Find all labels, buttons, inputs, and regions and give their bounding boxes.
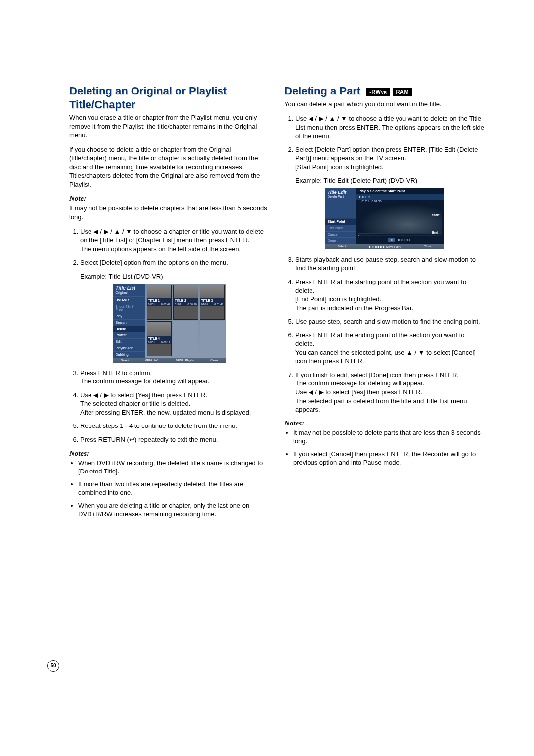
step: Use ◀ / ▶ / ▲ / ▼ to choose a title you … bbox=[295, 114, 485, 141]
menu-item-protect: Protect bbox=[113, 332, 145, 338]
para: If you choose to delete a title or chapt… bbox=[69, 145, 269, 189]
label-end: End bbox=[432, 231, 440, 234]
step: Press ENTER at the starting point of the… bbox=[295, 278, 485, 312]
col-right: Deleting a Part -RWVR RAM You can delete… bbox=[284, 84, 485, 523]
crop-mark bbox=[490, 30, 504, 44]
titlelist-heading: Title List bbox=[113, 284, 145, 291]
note-item: When DVD+RW recording, the deleted title… bbox=[78, 459, 269, 476]
menu-item-done: Done bbox=[325, 237, 356, 244]
step: Press ENTER at the ending point of the s… bbox=[295, 331, 485, 366]
page: Deleting an Original or Playlist Title/C… bbox=[0, 0, 534, 523]
step: Repeat steps 1 - 4 to continue to delete… bbox=[80, 422, 269, 430]
note-heading: Note: bbox=[69, 194, 269, 203]
figure-title-list: 3/4 Title List Original DVD-VR 1hour 43m… bbox=[113, 284, 226, 363]
deletepart-main: Play & Select the Start Point TITLE 2 01… bbox=[356, 188, 444, 244]
format-badges: -RWVR RAM bbox=[366, 88, 412, 96]
col-left: Deleting an Original or Playlist Title/C… bbox=[69, 84, 269, 523]
progress-bar bbox=[358, 235, 442, 236]
title-card: TITLE 2 01/010:06:10 bbox=[173, 285, 198, 320]
notes-heading: Notes: bbox=[284, 419, 485, 427]
titlelist-bottom-bar: Select MENU Info. MENU Playlist Close bbox=[113, 358, 226, 363]
para: When you erase a title or chapter from t… bbox=[69, 113, 269, 140]
step: Use pause step, search and slow-motion t… bbox=[295, 317, 485, 326]
titlelist-sub: Original bbox=[113, 291, 145, 296]
transport-controls: II 00:00:00 bbox=[356, 236, 444, 244]
clip-meta: 01/01 0:03:50 bbox=[356, 200, 444, 204]
titlelist-grid: TITLE 1 01/010:07:42 TITLE 2 01/010:06:1… bbox=[145, 284, 226, 358]
steps-left: Use ◀ / ▶ / ▲ / ▼ to choose a chapter or… bbox=[69, 227, 269, 267]
preview-thumbnail: Start End bbox=[358, 204, 442, 234]
menu-item-start-point: Start Point bbox=[325, 218, 356, 225]
menu-item-search: Search bbox=[113, 319, 145, 326]
step: Select [Delete Part] option then press E… bbox=[295, 145, 485, 172]
heading-text: Deleting a Part bbox=[284, 85, 360, 97]
notes-heading: Notes: bbox=[69, 449, 269, 458]
note-item: If you select [Cancel] then press ENTER,… bbox=[293, 450, 485, 467]
menu-item-delete: Delete bbox=[113, 326, 145, 332]
steps-right-cont: Starts playback and use pause step, sear… bbox=[284, 255, 485, 414]
step: Press RETURN (↩) repeatedly to exit the … bbox=[80, 435, 269, 444]
disc-type: DVD-VR bbox=[113, 296, 145, 303]
heading-delete-title: Deleting an Original or Playlist Title/C… bbox=[69, 84, 269, 111]
deletepart-bottom-bar: Select ▶ II ◀◀ ▶▶ Move Point Close bbox=[325, 244, 444, 249]
step: Press ENTER to confirm. The confirm mess… bbox=[80, 369, 269, 386]
para: You can delete a part which you do not w… bbox=[284, 100, 485, 109]
step: Select [Delete] option from the options … bbox=[80, 258, 269, 267]
title-card-empty bbox=[200, 321, 225, 356]
steps-left-cont: Press ENTER to confirm. The confirm mess… bbox=[69, 369, 269, 444]
deletepart-sub: Delete Part bbox=[325, 195, 356, 200]
note-text: It may not be possible to delete chapter… bbox=[69, 204, 269, 221]
menu-item-play: Play bbox=[113, 313, 145, 319]
info-free: Free bbox=[113, 308, 145, 313]
badge-rwvr: -RWVR bbox=[366, 88, 390, 96]
menu-item-cancel: Cancel bbox=[325, 231, 356, 237]
title-card: TITLE 3 01/010:01:45 bbox=[200, 285, 225, 320]
start-end-labels: Start End bbox=[432, 213, 440, 248]
step: Use ◀ / ▶ / ▲ / ▼ to choose a chapter or… bbox=[80, 227, 269, 253]
note-item: If more than two titles are repeatedly d… bbox=[78, 480, 269, 497]
titlelist-sidebar: Title List Original DVD-VR 1hour 43min F… bbox=[113, 284, 145, 358]
menu-item-dubbing: Dubbing bbox=[113, 351, 145, 358]
step: Starts playback and use pause step, sear… bbox=[295, 255, 485, 273]
note-item: It may not be possible to delete parts t… bbox=[293, 428, 485, 446]
deletepart-instruction: Play & Select the Start Point bbox=[356, 188, 444, 194]
label-start: Start bbox=[432, 213, 440, 217]
step: If you finish to edit, select [Done] ico… bbox=[295, 371, 485, 414]
title-card: TITLE 4 01/010:00:17 bbox=[147, 321, 172, 356]
notes-left: When DVD+RW recording, the deleted title… bbox=[69, 459, 269, 519]
title-card-empty bbox=[173, 321, 198, 356]
example-caption: Example: Title Edit (Delete Part) (DVD-V… bbox=[295, 176, 485, 185]
page-number: 50 bbox=[47, 660, 59, 672]
notes-right: It may not be possible to delete parts t… bbox=[284, 428, 485, 467]
badge-ram: RAM bbox=[393, 88, 412, 96]
example-caption: Example: Title List (DVD-VR) bbox=[80, 272, 269, 281]
heading-delete-part: Deleting a Part -RWVR RAM bbox=[284, 84, 485, 98]
left-rule bbox=[93, 41, 93, 678]
note-item: When you are deleting a title or chapter… bbox=[78, 501, 269, 519]
deletepart-heading: Title Edit bbox=[325, 188, 356, 195]
crop-mark bbox=[490, 638, 504, 652]
clip-title: TITLE 2 bbox=[356, 194, 444, 200]
deletepart-sidebar: Title Edit Delete Part Start Point End P… bbox=[325, 188, 356, 244]
figure-delete-part: Title Edit Delete Part Start Point End P… bbox=[325, 188, 444, 249]
steps-right: Use ◀ / ▶ / ▲ / ▼ to choose a title you … bbox=[284, 114, 485, 171]
step: Use ◀ / ▶ to select [Yes] then press ENT… bbox=[80, 391, 269, 417]
menu-item-playlist-add: Playlist Add bbox=[113, 345, 145, 351]
menu-item-end-point: End Point bbox=[325, 225, 356, 231]
time-display: 00:00:00 bbox=[398, 238, 411, 242]
menu-item-edit: Edit bbox=[113, 338, 145, 345]
title-card: TITLE 1 01/010:07:42 bbox=[147, 285, 172, 320]
pause-icon: II bbox=[388, 238, 395, 242]
